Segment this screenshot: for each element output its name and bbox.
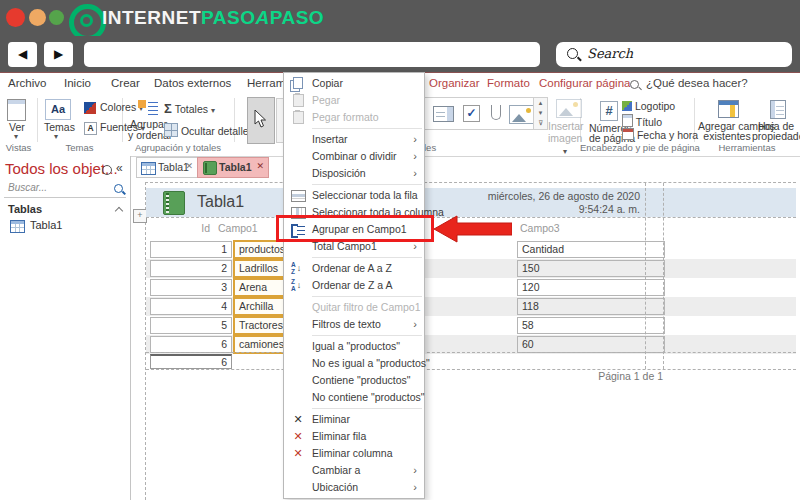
logo-button[interactable]: Logotipo bbox=[622, 100, 675, 112]
checkbox-control-icon[interactable]: ✓ bbox=[463, 105, 480, 122]
menu-item-pegar-formato[interactable]: Pegar formato bbox=[284, 109, 424, 126]
table-icon bbox=[141, 162, 156, 175]
colors-button[interactable]: Colores ▾ bbox=[100, 101, 143, 113]
close-tab-icon[interactable]: ✕ bbox=[256, 161, 264, 171]
search-bar[interactable]: Search bbox=[556, 42, 792, 67]
report-title[interactable]: Tabla1 bbox=[197, 193, 244, 211]
menu-item-disposicion[interactable]: Disposición› bbox=[284, 165, 424, 182]
scroll-up-icon[interactable]: ▴ bbox=[534, 98, 547, 108]
paste-icon bbox=[293, 94, 304, 107]
cell-campo3[interactable]: 150 bbox=[517, 260, 665, 277]
sort-az-icon: AZ↓ bbox=[291, 262, 305, 275]
tab-crear[interactable]: Crear bbox=[111, 77, 140, 89]
column-header-id[interactable]: Id bbox=[150, 222, 210, 234]
menu-item-ubicacion[interactable]: Ubicación› bbox=[284, 479, 424, 496]
add-existing-fields-icon bbox=[718, 100, 739, 118]
close-tab-icon[interactable]: ✕ bbox=[185, 161, 193, 171]
menu-item-insertar[interactable]: Insertar› bbox=[284, 131, 424, 148]
totals-button[interactable]: Σ Totales ▾ bbox=[164, 101, 215, 116]
cell-id[interactable]: 2 bbox=[150, 260, 232, 277]
maximize-window-icon[interactable] bbox=[49, 10, 64, 25]
cell-id[interactable]: 1 bbox=[150, 241, 232, 258]
sigma-icon: Σ bbox=[164, 101, 172, 116]
brand-logo-inner-icon bbox=[80, 14, 93, 27]
menu-item-no-es-igual-a[interactable]: No es igual a "productos" bbox=[284, 355, 424, 372]
page-footer: Página 1 de 1 bbox=[460, 370, 663, 382]
tell-me-box[interactable]: ¿Qué desea hacer? bbox=[646, 77, 748, 89]
menu-item-seleccionar-fila[interactable]: Seleccionar toda la fila bbox=[284, 187, 424, 204]
menu-item-eliminar[interactable]: ✕Eliminar bbox=[284, 411, 424, 428]
close-window-icon[interactable] bbox=[6, 8, 25, 27]
image-control-icon[interactable] bbox=[509, 105, 535, 124]
chevron-down-icon[interactable]: ▾ bbox=[14, 132, 18, 141]
property-sheet-button-line2[interactable]: propiedades bbox=[752, 130, 800, 142]
menu-item-no-contiene[interactable]: No contiene "productos" bbox=[284, 389, 424, 406]
menu-separator bbox=[312, 184, 422, 185]
menu-item-igual-a[interactable]: Igual a "productos" bbox=[284, 338, 424, 355]
date-time-button[interactable]: Fecha y hora bbox=[622, 128, 698, 141]
insert-image-icon bbox=[556, 99, 582, 118]
total-count-box[interactable]: 6 bbox=[150, 354, 232, 369]
column-header-campo1[interactable]: Campo1 bbox=[218, 222, 258, 234]
nav-menu-icon[interactable] bbox=[102, 165, 112, 175]
report-date[interactable]: miércoles, 26 de agosto de 2020 bbox=[424, 190, 640, 202]
menu-item-ordenar-az[interactable]: AZ↓Ordenar de A a Z bbox=[284, 260, 424, 277]
combo-box-control-icon[interactable] bbox=[433, 106, 454, 122]
chevron-down-icon[interactable]: ▾ bbox=[54, 132, 58, 141]
menu-separator bbox=[312, 296, 422, 297]
doc-tab-tabla1-report[interactable]: Tabla1 ✕ bbox=[197, 157, 269, 178]
forward-button[interactable]: ▶ bbox=[44, 42, 73, 67]
menu-item-quitar-filtro[interactable]: Quitar filtro de Campo1 bbox=[284, 299, 424, 316]
menu-item-pegar[interactable]: Pegar bbox=[284, 92, 424, 109]
group-label-encabezado: Encabezado y pie de página bbox=[580, 142, 694, 153]
cell-id[interactable]: 4 bbox=[150, 298, 232, 315]
cell-id[interactable]: 6 bbox=[150, 336, 232, 353]
menu-item-eliminar-fila[interactable]: ✕Eliminar fila bbox=[284, 428, 424, 445]
tab-formato[interactable]: Formato bbox=[487, 77, 530, 89]
back-button[interactable]: ◀ bbox=[8, 42, 37, 67]
menu-item-contiene[interactable]: Contiene "productos" bbox=[284, 372, 424, 389]
cell-campo3[interactable]: 58 bbox=[517, 317, 665, 334]
cell-campo3[interactable]: 118 bbox=[517, 298, 665, 315]
cell-id[interactable]: 3 bbox=[150, 279, 232, 296]
title-button[interactable]: Título bbox=[622, 114, 662, 128]
select-tool-button[interactable] bbox=[247, 97, 275, 144]
tab-inicio[interactable]: Inicio bbox=[64, 77, 91, 89]
menu-item-ordenar-za[interactable]: ZA↓Ordenar de Z a A bbox=[284, 277, 424, 294]
nav-search-box[interactable]: Buscar... bbox=[4, 180, 126, 198]
menu-item-combinar-dividir[interactable]: Combinar o dividir› bbox=[284, 148, 424, 165]
menu-item-eliminar-columna[interactable]: ✕Eliminar columna bbox=[284, 445, 424, 462]
minimize-window-icon[interactable] bbox=[29, 9, 46, 26]
cell-id[interactable]: 5 bbox=[150, 317, 232, 334]
scroll-down-icon[interactable]: ▾ bbox=[534, 108, 547, 118]
collapse-pane-icon[interactable]: « bbox=[116, 161, 123, 175]
menu-item-copiar[interactable]: Copiar bbox=[284, 75, 424, 92]
hide-details-button[interactable]: Ocultar detalles bbox=[164, 123, 254, 137]
themes-button[interactable]: Temas bbox=[44, 121, 75, 133]
doc-tab-tabla1-table[interactable]: Tabla1 ✕ bbox=[136, 157, 198, 178]
tab-configurar-pagina[interactable]: Configurar página bbox=[539, 77, 630, 89]
delete-row-icon: ✕ bbox=[291, 430, 305, 443]
menu-item-cambiar-a[interactable]: Cambiar a› bbox=[284, 462, 424, 479]
gallery-more-icon[interactable]: ⊽ bbox=[534, 118, 547, 128]
section-collapse-icon[interactable] bbox=[115, 207, 123, 215]
nav-section-tablas[interactable]: Tablas bbox=[8, 203, 42, 215]
logo-icon bbox=[622, 101, 632, 111]
attachment-control-icon[interactable] bbox=[491, 105, 501, 120]
hide-details-icon bbox=[164, 123, 178, 137]
tab-datos-externos[interactable]: Datos externos bbox=[154, 77, 231, 89]
menu-item-filtros-de-texto[interactable]: Filtros de texto› bbox=[284, 316, 424, 333]
address-bar[interactable] bbox=[84, 42, 540, 67]
tab-organizar[interactable]: Organizar bbox=[429, 77, 480, 89]
cell-campo3[interactable]: 120 bbox=[517, 279, 665, 296]
tab-archivo[interactable]: Archivo bbox=[8, 77, 46, 89]
sort-za-icon: ZA↓ bbox=[291, 279, 305, 292]
cell-campo3[interactable]: 60 bbox=[517, 336, 665, 353]
cell-campo3[interactable]: Cantidad bbox=[517, 241, 665, 258]
layout-select-handle[interactable]: + bbox=[133, 209, 147, 223]
gallery-scrollbar[interactable]: ▴ ▾ ⊽ bbox=[533, 97, 548, 130]
add-existing-fields-button-line2[interactable]: existentes bbox=[698, 130, 756, 142]
group-label-controles: les bbox=[424, 142, 436, 153]
insert-image-button[interactable]: Insertar imagen ▾ bbox=[548, 99, 582, 156]
column-header-campo3[interactable]: Campo3 bbox=[520, 222, 560, 234]
